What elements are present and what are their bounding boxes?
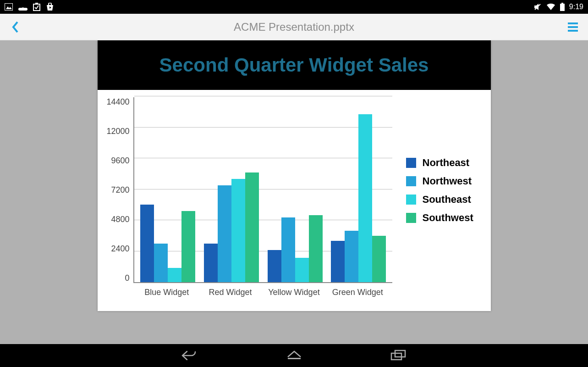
legend-swatch <box>406 213 416 223</box>
bar <box>268 250 281 282</box>
battery-icon <box>560 3 565 11</box>
bar <box>204 244 218 282</box>
status-right: 9:19 <box>533 3 583 11</box>
slide: Second Quarter Widget Sales 144001200096… <box>98 40 491 311</box>
menu-button[interactable] <box>566 18 580 36</box>
document-title: ACME Presentation.pptx <box>22 21 566 33</box>
nav-home-button[interactable] <box>283 348 305 363</box>
legend-item: Northeast <box>406 157 473 169</box>
bar <box>140 205 154 282</box>
android-status-bar: 9:19 <box>0 0 588 14</box>
legend-label: Southwest <box>423 212 473 224</box>
y-tick-label: 12000 <box>106 127 129 136</box>
back-button[interactable] <box>8 18 22 36</box>
nav-recent-button[interactable] <box>388 348 410 363</box>
y-tick-label: 14400 <box>106 97 129 107</box>
svg-rect-5 <box>35 3 38 5</box>
y-tick-label: 9600 <box>111 156 129 166</box>
y-tick-label: 4800 <box>111 215 129 224</box>
bar-cluster <box>140 205 195 282</box>
bar <box>331 241 345 282</box>
slide-viewport[interactable]: Second Quarter Widget Sales 144001200096… <box>0 40 588 344</box>
legend-swatch <box>406 195 416 205</box>
svg-rect-2 <box>18 8 27 11</box>
x-tick-label: Green Widget <box>326 288 390 297</box>
y-tick-label: 7200 <box>111 185 129 195</box>
android-nav-bar <box>0 344 588 367</box>
mute-icon <box>533 3 542 11</box>
bar <box>218 185 231 282</box>
legend-item: Southeast <box>406 194 473 206</box>
legend-label: Southeast <box>423 194 471 206</box>
bar <box>181 211 195 282</box>
bar <box>154 244 168 282</box>
bar <box>309 215 323 282</box>
bar <box>231 179 245 282</box>
svg-rect-11 <box>560 4 565 11</box>
bar <box>168 268 181 282</box>
chart: 144001200096007200480024000 Blue WidgetR… <box>98 90 491 311</box>
bar-cluster <box>331 114 386 282</box>
legend-label: Northwest <box>423 175 472 187</box>
bar <box>295 258 309 282</box>
slide-title: Second Quarter Widget Sales <box>107 54 482 76</box>
bar-cluster <box>268 215 323 282</box>
gridline <box>134 96 392 96</box>
svg-marker-1 <box>6 6 12 9</box>
legend-swatch <box>406 158 416 168</box>
app-header: ACME Presentation.pptx <box>0 14 588 40</box>
svg-rect-0 <box>5 3 13 11</box>
y-tick-label: 2400 <box>111 244 129 254</box>
svg-rect-14 <box>568 30 578 32</box>
x-tick-label: Blue Widget <box>135 288 198 297</box>
upload-icon <box>18 3 27 11</box>
x-tick-label: Red Widget <box>198 288 262 297</box>
svg-rect-12 <box>568 22 578 24</box>
svg-marker-3 <box>21 5 25 7</box>
y-tick-label: 0 <box>125 273 129 283</box>
plot-area <box>133 97 392 283</box>
svg-rect-15 <box>288 358 301 359</box>
bar-cluster <box>204 172 259 282</box>
bar <box>372 236 386 282</box>
x-axis: Blue WidgetRed WidgetYellow WidgetGreen … <box>133 288 392 297</box>
slide-title-bar: Second Quarter Widget Sales <box>98 40 491 90</box>
bar <box>345 231 358 283</box>
checkbox-icon <box>33 3 40 11</box>
svg-rect-13 <box>568 26 578 28</box>
status-time: 9:19 <box>569 3 583 11</box>
x-tick-label: Yellow Widget <box>262 288 326 297</box>
bar <box>281 217 295 282</box>
nav-back-button[interactable] <box>179 348 201 363</box>
status-left <box>5 3 54 11</box>
y-axis: 144001200096007200480024000 <box>107 97 133 283</box>
legend-label: Northeast <box>423 157 470 169</box>
legend: NortheastNorthwestSoutheastSouthwest <box>406 157 473 297</box>
bar <box>358 114 372 282</box>
bar <box>245 172 259 282</box>
legend-item: Southwest <box>406 212 473 224</box>
image-icon <box>5 3 13 11</box>
wifi-icon <box>546 3 555 11</box>
legend-swatch <box>406 176 416 186</box>
svg-rect-10 <box>561 3 563 4</box>
shop-icon <box>46 3 54 11</box>
legend-item: Northwest <box>406 175 473 187</box>
